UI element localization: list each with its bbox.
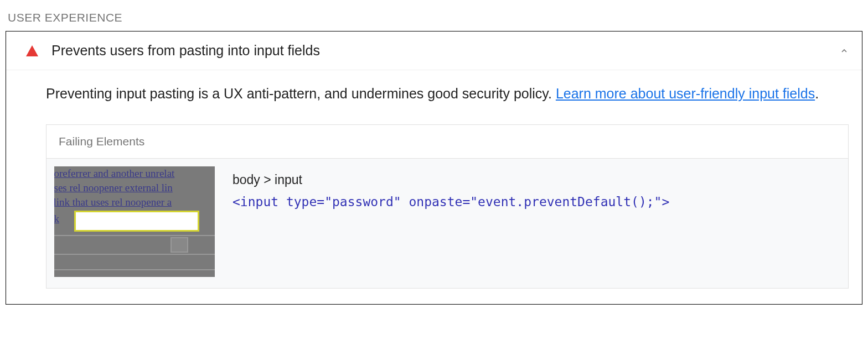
learn-more-link[interactable]: Learn more about user-friendly input fie… — [556, 86, 815, 101]
element-selector: body > input — [232, 170, 840, 190]
audit-header[interactable]: Prevents users from pasting into input f… — [6, 32, 862, 70]
thumb-row — [54, 254, 215, 269]
section-title: USER EXPERIENCE — [8, 11, 862, 24]
thumb-text-line: al link that uses rel noopener a — [54, 196, 172, 208]
failing-elements-header: Failing Elements — [46, 125, 848, 159]
failing-element-row: noreferrer and another unrelat t uses re… — [46, 159, 848, 288]
chevron-up-icon — [840, 46, 849, 55]
thumb-broken-image-icon — [170, 237, 188, 253]
audit-body: Preventing input pasting is a UX anti-pa… — [6, 70, 862, 304]
thumb-text-line: ok — [54, 213, 59, 225]
description-text: Preventing input pasting is a UX anti-pa… — [46, 86, 556, 101]
audit-title: Prevents users from pasting into input f… — [51, 43, 840, 59]
thumb-row — [54, 235, 215, 254]
audit-card: Prevents users from pasting into input f… — [6, 31, 862, 305]
element-thumbnail: noreferrer and another unrelat t uses re… — [54, 166, 215, 277]
audit-description: Preventing input pasting is a UX anti-pa… — [46, 83, 849, 104]
thumb-text-line: t uses rel noopener external lin — [54, 182, 173, 194]
fail-triangle-icon — [26, 45, 38, 56]
description-period: . — [815, 86, 819, 101]
thumb-row — [54, 269, 215, 277]
thumb-highlighted-input — [74, 211, 199, 232]
element-snippet: <input type="password" onpaste="event.pr… — [232, 192, 840, 212]
failing-elements-panel: Failing Elements noreferrer and another … — [46, 124, 849, 289]
element-info: body > input <input type="password" onpa… — [232, 166, 840, 213]
thumb-text-line: noreferrer and another unrelat — [54, 167, 174, 180]
